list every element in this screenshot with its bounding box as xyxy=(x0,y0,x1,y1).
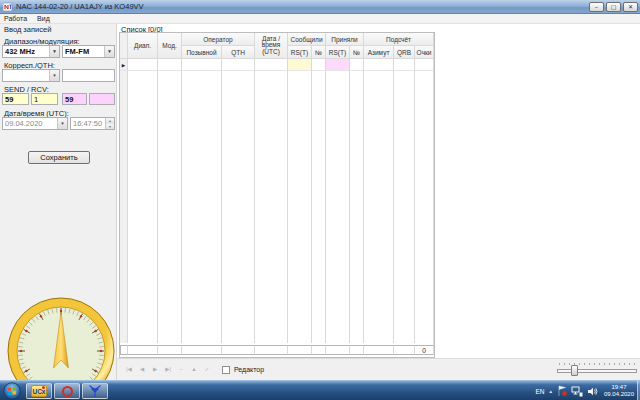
col-header-mode[interactable]: Мод. xyxy=(158,33,182,59)
entry-panel: Ввод записей Диапазон/модуляция: 432 MHz… xyxy=(0,24,117,380)
ucx-log-icon: UCx xyxy=(31,385,47,397)
callsign-combo[interactable]: ▾ xyxy=(2,69,60,82)
col-header-band[interactable]: Диап. xyxy=(128,33,158,59)
col-header-sent-rst[interactable]: RS(T) xyxy=(288,46,312,59)
col-header-rcvd-nr[interactable]: № xyxy=(350,46,364,59)
nav-first-icon[interactable]: |◀ xyxy=(123,364,135,375)
tray-expand-icon[interactable]: ▲ xyxy=(549,389,553,394)
grid-empty-area xyxy=(120,71,434,343)
clock-date: 09.04.2020 xyxy=(604,391,634,398)
chevron-down-icon[interactable]: ▾ xyxy=(49,70,59,81)
row-selector-header xyxy=(120,33,128,59)
nav-last-icon[interactable]: ▶| xyxy=(162,364,174,375)
chevron-down-icon[interactable]: ▾ xyxy=(49,46,59,57)
antenna-icon xyxy=(87,384,103,398)
window-titlebar[interactable]: NAC 144-02-20 / UA1AJY из KO49VV − ▢ ✕ xyxy=(0,0,640,14)
slider-groove[interactable] xyxy=(557,369,637,373)
maximize-button[interactable]: ▢ xyxy=(606,2,621,12)
col-group-operator[interactable]: Оператор xyxy=(182,33,255,46)
taskbar-app-ucxlog[interactable]: UCx xyxy=(26,383,52,399)
zoom-slider[interactable] xyxy=(557,362,637,378)
nav-prior-icon[interactable]: ◀ xyxy=(136,364,148,375)
spin-down-icon[interactable]: ▾ xyxy=(106,124,114,130)
menu-bar: Работа Вид xyxy=(0,14,640,24)
editor-checkbox-label: Редактор xyxy=(234,366,264,373)
band-select[interactable]: 432 MHz ▾ xyxy=(2,45,60,58)
action-center-flag-icon[interactable] xyxy=(557,385,567,397)
desktop: NAC 144-02-20 / UA1AJY из KO49VV − ▢ ✕ Р… xyxy=(0,0,640,400)
send-nr-input[interactable]: 1 xyxy=(31,93,58,105)
col-header-datetime[interactable]: Дата / время (UTC) xyxy=(255,33,288,59)
qso-grid[interactable]: Диап. Мод. Оператор Дата / время (UTC) С… xyxy=(119,32,435,358)
col-header-azimuth[interactable]: Азимут xyxy=(364,46,394,59)
nav-post-icon[interactable]: ✓ xyxy=(201,364,213,375)
col-header-qth[interactable]: QTH xyxy=(222,46,255,59)
minimize-button[interactable]: − xyxy=(589,2,604,12)
opera-icon xyxy=(62,386,73,397)
chevron-down-icon[interactable]: ▾ xyxy=(104,46,114,57)
col-header-callsign[interactable]: Позывной xyxy=(182,46,222,59)
col-header-rcvd-rst[interactable]: RS(T) xyxy=(326,46,350,59)
date-picker[interactable]: 09.04.2020 ▾ xyxy=(2,117,68,130)
start-button[interactable] xyxy=(3,382,21,400)
window-title: NAC 144-02-20 / UA1AJY из KO49VV xyxy=(16,2,144,11)
app-icon xyxy=(3,2,13,12)
close-button[interactable]: ✕ xyxy=(623,2,638,12)
menu-item-rabota[interactable]: Работа xyxy=(4,15,27,22)
nav-edit-icon[interactable]: ▲ xyxy=(188,364,200,375)
menu-item-vid[interactable]: Вид xyxy=(37,15,50,22)
nav-next-icon[interactable]: ▶ xyxy=(149,364,161,375)
taskbar-clock[interactable]: 19:47 09.04.2020 xyxy=(602,384,636,398)
col-group-sent[interactable]: Сообщили xyxy=(288,33,326,46)
save-button[interactable]: Сохранить xyxy=(28,151,90,164)
entry-panel-title: Ввод записей xyxy=(4,25,51,34)
slider-thumb[interactable] xyxy=(571,365,578,376)
system-tray: EN ▲ 19:47 09.04.2020 xyxy=(535,381,636,400)
col-group-rcvd[interactable]: Приняли xyxy=(326,33,364,46)
col-header-qrb[interactable]: QRB xyxy=(394,46,415,59)
send-rst-input[interactable]: 59 xyxy=(2,93,29,105)
table-row[interactable]: ▶ xyxy=(120,59,434,71)
taskbar: UCx EN ▲ xyxy=(0,380,640,400)
clock-time: 19:47 xyxy=(604,384,634,391)
current-row-marker-icon: ▶ xyxy=(122,63,125,68)
qth-input[interactable] xyxy=(62,69,115,82)
rcv-nr-input[interactable] xyxy=(89,93,115,105)
grid-footer: |◀ ◀ ▶ ▶| − ▲ ✓ Редактор xyxy=(117,358,640,380)
taskbar-app-antenna[interactable] xyxy=(82,383,108,399)
summary-points: 0 xyxy=(415,345,434,355)
col-group-calc[interactable]: Подсчёт xyxy=(364,33,434,46)
editor-checkbox[interactable] xyxy=(222,366,230,374)
rcv-rst-input[interactable]: 59 xyxy=(62,93,87,105)
time-spinner[interactable]: 16:47:50 ▴ ▾ xyxy=(70,117,115,130)
ucx-dot-icon xyxy=(42,386,45,389)
speaker-icon[interactable] xyxy=(587,386,598,397)
summary-row: 0 xyxy=(120,345,434,355)
chevron-down-icon[interactable]: ▾ xyxy=(57,118,67,129)
mode-select[interactable]: FM-FM ▾ xyxy=(62,45,115,58)
col-header-sent-nr[interactable]: № xyxy=(312,46,326,59)
taskbar-app-opera[interactable] xyxy=(54,383,80,399)
network-icon[interactable] xyxy=(571,386,583,397)
nav-delete-icon[interactable]: − xyxy=(175,364,187,375)
col-header-points[interactable]: Очки xyxy=(415,46,434,59)
language-indicator[interactable]: EN xyxy=(535,388,544,395)
